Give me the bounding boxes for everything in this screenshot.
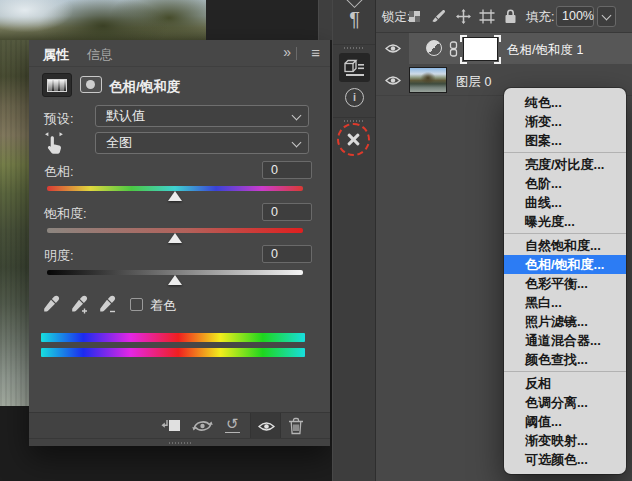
chevron-down-icon (602, 11, 612, 21)
new-adjustment-layer-menu: 纯色... 渐变... 图案... 亮度/对比度... 色阶... 曲线... … (504, 88, 626, 474)
eyedropper-button[interactable] (41, 294, 61, 314)
info-panel-button[interactable]: i (345, 88, 364, 107)
menu-item-exposure[interactable]: 曝光度... (504, 212, 626, 231)
menu-item-curves[interactable]: 曲线... (504, 193, 626, 212)
lock-all-button[interactable] (504, 8, 517, 24)
colorize-label: 着色 (150, 297, 176, 315)
panel-resize-bar[interactable] (29, 438, 330, 446)
colorize-checkbox[interactable] (130, 298, 143, 311)
chevron-down-icon (292, 111, 302, 121)
tab-info[interactable]: 信息 (87, 46, 113, 64)
paragraph-panel-button[interactable]: ¶ (333, 8, 376, 31)
preset-value: 默认值 (106, 108, 145, 123)
hue-value-input[interactable]: 0 (262, 161, 312, 179)
lock-position-button[interactable] (456, 9, 471, 24)
layer-mask-thumbnail[interactable] (460, 35, 501, 64)
clip-to-layer-button[interactable] (160, 418, 181, 434)
panel-title: 色相/饱和度 (109, 78, 180, 96)
layer-name[interactable]: 图层 0 (456, 74, 491, 91)
dock-grip[interactable] (344, 120, 365, 122)
menu-item-vibrance[interactable]: 自然饱和度... (504, 236, 626, 255)
saturation-slider-thumb[interactable] (168, 233, 182, 243)
menu-item-gradient-map[interactable]: 渐变映射... (504, 431, 626, 450)
menu-item-brightness-contrast[interactable]: 亮度/对比度... (504, 155, 626, 174)
lock-transparency-button[interactable] (409, 11, 420, 22)
mask-thumbnail-white[interactable] (463, 37, 498, 61)
layer-image-thumbnail[interactable] (409, 67, 447, 93)
properties-panel-button-active[interactable] (339, 53, 370, 82)
dock-edge (318, 0, 332, 40)
fill-value-input[interactable]: 100% (556, 6, 594, 27)
visibility-toggle-button[interactable] (250, 413, 281, 439)
adjustment-layer-icon[interactable] (42, 73, 72, 97)
layer-row-adjustment[interactable]: 色相/饱和度 1 (376, 33, 632, 64)
properties-footer-bar: ↺ (29, 412, 330, 438)
menu-item-hue-saturation-highlighted[interactable]: 色相/饱和度... (504, 255, 626, 274)
tab-properties[interactable]: 属性 (43, 46, 69, 64)
layer-name[interactable]: 色相/饱和度 1 (507, 42, 583, 59)
cube-panel-icon[interactable] (344, 0, 365, 8)
menu-separator (504, 371, 626, 372)
canvas-photo-top (0, 0, 206, 40)
menu-item-gradient[interactable]: 渐变... (504, 112, 626, 131)
reset-button[interactable]: ↺ (225, 415, 240, 433)
panel-dock: ¶ i (332, 0, 375, 481)
delete-button[interactable] (288, 417, 304, 435)
panel-menu-icon[interactable]: ≡ (311, 44, 320, 61)
saturation-value-input[interactable]: 0 (262, 203, 312, 221)
targeted-adjustment-tool[interactable] (42, 130, 68, 156)
adjustment-bars-icon (47, 79, 67, 92)
header-divider (296, 47, 297, 60)
chevron-down-icon (292, 138, 302, 148)
properties-panel: 属性 信息 » ≡ 色相/饱和度 预设: 默认值 全图 色相: 0 (29, 40, 330, 446)
menu-item-levels[interactable]: 色阶... (504, 174, 626, 193)
scope-value: 全图 (106, 135, 132, 150)
menu-separator (504, 233, 626, 234)
menu-item-selective-color[interactable]: 可选颜色... (504, 450, 626, 469)
photoshop-workspace: 属性 信息 » ≡ 色相/饱和度 预设: 默认值 全图 色相: 0 (0, 0, 632, 481)
spectrum-bar-reference (41, 333, 305, 342)
menu-item-photo-filter[interactable]: 照片滤镜... (504, 312, 626, 331)
fill-label: 填充: (526, 9, 554, 26)
dock-divider (333, 117, 376, 118)
menu-item-solid-color[interactable]: 纯色... (504, 93, 626, 112)
menu-item-posterize[interactable]: 色调分离... (504, 393, 626, 412)
layer-mask-icon[interactable] (80, 76, 102, 93)
menu-item-black-white[interactable]: 黑白... (504, 293, 626, 312)
lightness-slider-thumb[interactable] (168, 275, 182, 285)
menu-item-threshold[interactable]: 阈值... (504, 412, 626, 431)
channel-scope-select[interactable]: 全图 (95, 132, 309, 154)
menu-item-color-lookup[interactable]: 颜色查找... (504, 350, 626, 369)
preset-select[interactable]: 默认值 (95, 105, 309, 127)
eyedropper-subtract-button[interactable] (97, 294, 117, 314)
menu-item-channel-mixer[interactable]: 通道混合器... (504, 331, 626, 350)
layer-visibility-eye-icon[interactable] (385, 43, 401, 54)
collapse-panel-icon[interactable]: » (283, 44, 290, 60)
link-icon (449, 41, 458, 57)
dock-grip[interactable] (344, 47, 365, 49)
hue-slider-thumb[interactable] (168, 191, 182, 201)
click-target-marker (337, 123, 370, 156)
lock-artboard-button[interactable] (479, 9, 495, 24)
fill-dropdown-button[interactable] (597, 6, 616, 27)
lock-pixels-button[interactable] (432, 9, 446, 24)
lightness-label: 明度: (44, 247, 74, 265)
canvas-dark-area (206, 0, 318, 40)
saturation-label: 饱和度: (44, 205, 87, 223)
menu-item-invert[interactable]: 反相 (504, 374, 626, 393)
menu-separator (504, 152, 626, 153)
layer-visibility-eye-icon[interactable] (385, 75, 401, 86)
hue-label: 色相: (44, 163, 74, 181)
lightness-value-input[interactable]: 0 (262, 245, 312, 263)
adjustment-layer-thumbnail[interactable] (426, 40, 442, 56)
menu-item-pattern[interactable]: 图案... (504, 131, 626, 150)
canvas-photo-left (0, 40, 29, 406)
view-previous-state-button[interactable] (189, 417, 216, 435)
lock-label: 锁定: (382, 9, 410, 26)
menu-item-color-balance[interactable]: 色彩平衡... (504, 274, 626, 293)
mask-circle-icon (86, 80, 95, 89)
resize-grip[interactable] (169, 442, 191, 444)
dock-divider (333, 44, 376, 45)
eyedropper-add-button[interactable] (69, 294, 89, 314)
spectrum-bar-result (41, 348, 305, 357)
